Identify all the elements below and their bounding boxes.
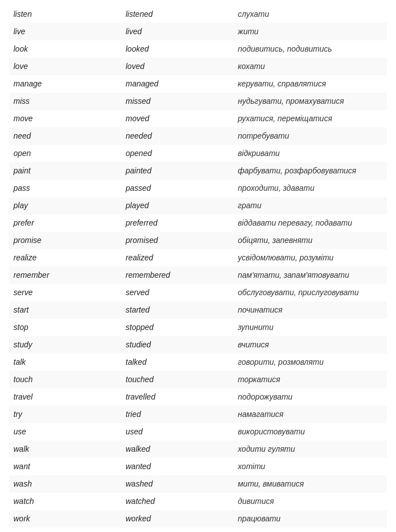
table-row: traveltravelledподорожувати xyxy=(9,388,387,406)
base-form: prefer xyxy=(9,214,121,232)
base-form: promise xyxy=(9,232,121,249)
translation: проходити, здавати xyxy=(233,180,387,197)
translation: ходити гуляти xyxy=(233,441,387,458)
table-row: realizerealizedусвідомлювати, розуміти xyxy=(9,249,387,267)
base-form: talk xyxy=(9,354,121,371)
base-form: touch xyxy=(9,371,121,388)
past-form: remembered xyxy=(121,267,233,284)
translation: подорожувати xyxy=(233,388,387,406)
table-row: needneededпотребувати xyxy=(9,127,387,145)
translation: зупинити xyxy=(233,319,387,336)
base-form: realize xyxy=(9,249,121,267)
table-row: walkwalkedходити гуляти xyxy=(9,441,387,458)
translation: потребувати xyxy=(233,127,387,145)
translation: віддавати перевагу, подавати xyxy=(233,214,387,232)
past-form: served xyxy=(121,284,233,301)
past-form: painted xyxy=(121,162,233,180)
past-form: missed xyxy=(121,93,233,110)
base-form: serve xyxy=(9,284,121,301)
table-row: washwashedмити, вмиватися xyxy=(9,475,387,493)
base-form: use xyxy=(9,423,121,441)
translation: керувати, справлятися xyxy=(233,75,387,93)
translation: фарбувати, розфарбовуватися xyxy=(233,162,387,180)
table-row: rememberrememberedпам'ятати, запам'ятову… xyxy=(9,267,387,284)
past-form: studied xyxy=(121,336,233,354)
translation: нудьгувати, промахуватися xyxy=(233,93,387,110)
translation: говорити, розмовляти xyxy=(233,354,387,371)
table-row: useusedвикористовувати xyxy=(9,423,387,441)
vocabulary-table: listenlistenedслухатиlivelivedжитиlooklo… xyxy=(9,6,387,528)
base-form: paint xyxy=(9,162,121,180)
table-row: workworkedпрацювати xyxy=(9,510,387,528)
base-form: move xyxy=(9,110,121,127)
table-row: livelivedжити xyxy=(9,23,387,40)
base-form: listen xyxy=(9,6,121,23)
past-form: passed xyxy=(121,180,233,197)
base-form: remember xyxy=(9,267,121,284)
past-form: realized xyxy=(121,249,233,267)
base-form: love xyxy=(9,58,121,75)
table-row: trytriedнамагатися xyxy=(9,406,387,423)
base-form: watch xyxy=(9,493,121,510)
table-row: startstartedпочинатися xyxy=(9,301,387,319)
past-form: played xyxy=(121,197,233,214)
past-form: used xyxy=(121,423,233,441)
past-form: watched xyxy=(121,493,233,510)
past-form: loved xyxy=(121,58,233,75)
past-form: touched xyxy=(121,371,233,388)
table-row: stopstoppedзупинити xyxy=(9,319,387,336)
table-row: serveservedобслуговувати, прислуговувати xyxy=(9,284,387,301)
translation: працювати xyxy=(233,510,387,528)
past-form: preferred xyxy=(121,214,233,232)
translation: обслуговувати, прислуговувати xyxy=(233,284,387,301)
translation: торкатися xyxy=(233,371,387,388)
translation: подивитись, подивитись xyxy=(233,40,387,58)
translation: кохати xyxy=(233,58,387,75)
table-row: listenlistenedслухати xyxy=(9,6,387,23)
table-row: promisepromisedобіцяти, запевняти xyxy=(9,232,387,249)
base-form: manage xyxy=(9,75,121,93)
past-form: worked xyxy=(121,510,233,528)
base-form: stop xyxy=(9,319,121,336)
translation: вчитися xyxy=(233,336,387,354)
translation: хотіти xyxy=(233,458,387,475)
base-form: walk xyxy=(9,441,121,458)
base-form: travel xyxy=(9,388,121,406)
table-row: preferpreferredвіддавати перевагу, подав… xyxy=(9,214,387,232)
table-row: watchwatchedдивитися xyxy=(9,493,387,510)
translation: грати xyxy=(233,197,387,214)
past-form: walked xyxy=(121,441,233,458)
base-form: wash xyxy=(9,475,121,493)
translation: мити, вмиватися xyxy=(233,475,387,493)
translation: дивитися xyxy=(233,493,387,510)
base-form: live xyxy=(9,23,121,40)
past-form: wanted xyxy=(121,458,233,475)
past-form: stopped xyxy=(121,319,233,336)
past-form: started xyxy=(121,301,233,319)
past-form: promised xyxy=(121,232,233,249)
base-form: try xyxy=(9,406,121,423)
base-form: start xyxy=(9,301,121,319)
past-form: moved xyxy=(121,110,233,127)
past-form: talked xyxy=(121,354,233,371)
past-form: listened xyxy=(121,6,233,23)
translation: починатися xyxy=(233,301,387,319)
table-row: lovelovedкохати xyxy=(9,58,387,75)
table-row: touchtouchedторкатися xyxy=(9,371,387,388)
translation: відкривати xyxy=(233,145,387,162)
translation: слухати xyxy=(233,6,387,23)
base-form: open xyxy=(9,145,121,162)
past-form: tried xyxy=(121,406,233,423)
past-form: washed xyxy=(121,475,233,493)
past-form: opened xyxy=(121,145,233,162)
base-form: look xyxy=(9,40,121,58)
translation: усвідомлювати, розуміти xyxy=(233,249,387,267)
past-form: travelled xyxy=(121,388,233,406)
base-form: miss xyxy=(9,93,121,110)
table-row: managemanagedкерувати, справлятися xyxy=(9,75,387,93)
table-row: paintpaintedфарбувати, розфарбовуватися xyxy=(9,162,387,180)
translation: рухатися, переміщатися xyxy=(233,110,387,127)
table-row: passpassedпроходити, здавати xyxy=(9,180,387,197)
table-row: playplayedграти xyxy=(9,197,387,214)
base-form: work xyxy=(9,510,121,528)
